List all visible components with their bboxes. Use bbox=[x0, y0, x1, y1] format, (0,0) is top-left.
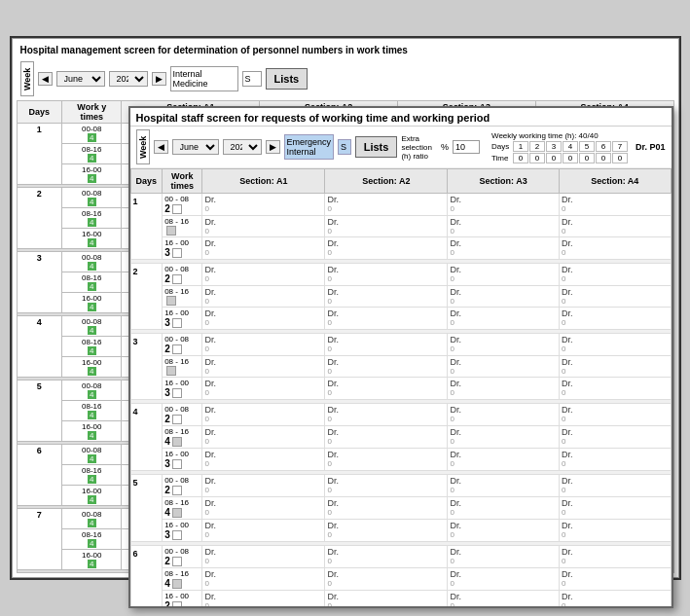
s2-section-cell-a1: Dr.0 bbox=[202, 308, 325, 330]
time-label-s2: Time bbox=[491, 154, 511, 163]
work-num: 2 bbox=[164, 203, 170, 214]
work-num: 4 bbox=[164, 578, 170, 589]
weekly-day-5: 5 bbox=[579, 141, 595, 152]
dr-label: Dr. P01 bbox=[636, 142, 666, 152]
work-checkbox[interactable] bbox=[172, 415, 182, 424]
s2-section-cell-a3: Dr.0 bbox=[448, 378, 560, 400]
extra-label: Extra selection (h) ratio bbox=[401, 134, 437, 161]
s2-section-cell-a4: Dr.0 bbox=[559, 194, 671, 216]
s2-section-cell-a2: Dr.0 bbox=[325, 497, 448, 520]
s1-lists-btn[interactable]: Lists bbox=[266, 68, 309, 90]
work-num: 2 bbox=[164, 344, 170, 354]
s2-section-cell-a4: Dr.0 bbox=[559, 404, 671, 426]
s2-section-cell-a2: Dr.0 bbox=[325, 286, 448, 308]
s2-year-select[interactable]: 2020 bbox=[223, 139, 262, 155]
s2-section-cell-a4: Dr.0 bbox=[559, 237, 671, 260]
s1-year-select[interactable]: 2020 bbox=[109, 71, 148, 87]
s2-service1: Emergency bbox=[287, 137, 332, 147]
day-cell-s1-2: 2 bbox=[17, 188, 62, 249]
screen1-title: Hospital management screen for determina… bbox=[17, 43, 674, 57]
day-cell-s2-2: 2 bbox=[130, 264, 163, 330]
time-label: 16 - 00 bbox=[164, 379, 200, 387]
s2-section-cell-a1: Dr.0 bbox=[202, 378, 325, 400]
s2-section-cell-a1: Dr.0 bbox=[202, 286, 325, 308]
screen2: Hospital staff screen for requests of wo… bbox=[128, 106, 673, 608]
time-slot-s1: 16-004 bbox=[62, 164, 122, 185]
work-checkbox[interactable] bbox=[172, 459, 182, 469]
weekly-day-6: 6 bbox=[596, 141, 611, 152]
s2-section-cell-a1: Dr.0 bbox=[202, 194, 325, 216]
s1-prev-btn[interactable]: ◀ bbox=[38, 72, 53, 86]
work-checkbox[interactable] bbox=[172, 486, 182, 495]
work-checkbox[interactable] bbox=[172, 204, 182, 214]
s2-section-cell-a1: Dr.0 bbox=[202, 356, 325, 378]
s2-next-btn[interactable]: ▶ bbox=[266, 140, 280, 154]
s2-section-cell-a2: Dr.0 bbox=[325, 237, 448, 260]
work-num: 2 bbox=[164, 273, 170, 284]
weekly-day-4: 4 bbox=[563, 141, 578, 152]
s1-next-btn[interactable]: ▶ bbox=[152, 72, 166, 86]
time-slot-s1: 00-084 bbox=[62, 188, 122, 208]
weekly-label: Weekly working time (h): 40/40 bbox=[491, 131, 628, 140]
work-checkbox[interactable] bbox=[172, 437, 182, 447]
s2-section-cell-a1: Dr.0 bbox=[202, 426, 325, 449]
pct-input[interactable] bbox=[453, 140, 480, 154]
time-label: 08 - 16 bbox=[164, 287, 200, 296]
time-slot-s1: 08-164 bbox=[62, 465, 122, 486]
s2-section-cell-a4: Dr.0 bbox=[559, 520, 671, 542]
s2-col-worktimes: Worktimes bbox=[163, 169, 202, 194]
work-checkbox[interactable] bbox=[172, 557, 182, 566]
s2-section-cell-a1: Dr.0 bbox=[202, 591, 325, 607]
s2-section-cell-a4: Dr.0 bbox=[559, 497, 671, 520]
work-checkbox[interactable] bbox=[172, 274, 182, 284]
s2-section-cell-a3: Dr.0 bbox=[448, 520, 560, 542]
time-label: 00 - 08 bbox=[164, 547, 200, 556]
work-checkbox[interactable] bbox=[172, 508, 182, 518]
s2-section-cell-a2: Dr.0 bbox=[325, 449, 448, 471]
work-time-cell: 16 - 002 bbox=[163, 591, 202, 607]
work-num: 2 bbox=[164, 485, 170, 495]
s2-section-cell-a4: Dr.0 bbox=[559, 286, 671, 308]
time-label: 00 - 08 bbox=[164, 476, 200, 485]
s2-lists-btn[interactable]: Lists bbox=[355, 136, 398, 158]
s1-week-label: Week bbox=[20, 61, 34, 96]
work-checkbox[interactable] bbox=[166, 296, 176, 306]
day-cell-s2-6: 6 bbox=[130, 546, 163, 607]
time-label: 00 - 08 bbox=[164, 405, 200, 414]
work-checkbox[interactable] bbox=[172, 530, 182, 540]
time-slot-s1: 00-084 bbox=[62, 445, 122, 465]
s2-section-cell-a2: Dr.0 bbox=[325, 378, 448, 400]
work-checkbox[interactable] bbox=[166, 226, 176, 236]
work-time-cell: 00 - 082 bbox=[163, 404, 202, 426]
s2-scroll-area[interactable]: Days Worktimes Section: A1 Section: A2 S… bbox=[130, 168, 672, 606]
time-slot-s1: 00-084 bbox=[62, 316, 122, 337]
time-slot-s1: 00-084 bbox=[62, 252, 122, 272]
s2-section-cell-a4: Dr.0 bbox=[559, 426, 671, 449]
day-cell-s1-7: 7 bbox=[17, 509, 62, 570]
s2-week-label: Week bbox=[136, 129, 150, 164]
work-checkbox[interactable] bbox=[172, 579, 182, 589]
work-num: 3 bbox=[164, 317, 170, 328]
work-num: 4 bbox=[164, 436, 170, 447]
work-checkbox[interactable] bbox=[172, 344, 182, 354]
work-num: 3 bbox=[164, 387, 170, 398]
work-checkbox[interactable] bbox=[172, 318, 182, 328]
work-checkbox[interactable] bbox=[172, 248, 182, 258]
s2-prev-btn[interactable]: ◀ bbox=[154, 140, 168, 154]
s2-section-cell-a4: Dr.0 bbox=[559, 546, 671, 568]
s2-section-cell-a3: Dr.0 bbox=[448, 404, 560, 426]
day-cell-s1-1: 1 bbox=[17, 124, 62, 185]
work-time-cell: 16 - 003 bbox=[163, 449, 202, 471]
s1-month-select[interactable]: June bbox=[56, 71, 105, 87]
work-checkbox[interactable] bbox=[172, 388, 182, 398]
s2-month-select[interactable]: June bbox=[172, 139, 219, 155]
work-num: 4 bbox=[164, 507, 170, 518]
s1-section-nav: S bbox=[242, 71, 262, 87]
work-time-cell: 00 - 082 bbox=[163, 475, 202, 497]
time-label: 16 - 00 bbox=[164, 592, 200, 600]
s2-table: Days Worktimes Section: A1 Section: A2 S… bbox=[130, 168, 672, 606]
s1-service-box: Internal Medicine bbox=[170, 66, 238, 91]
work-checkbox[interactable] bbox=[166, 366, 176, 376]
work-checkbox[interactable] bbox=[172, 601, 182, 607]
s2-section-cell-a3: Dr.0 bbox=[448, 591, 560, 607]
